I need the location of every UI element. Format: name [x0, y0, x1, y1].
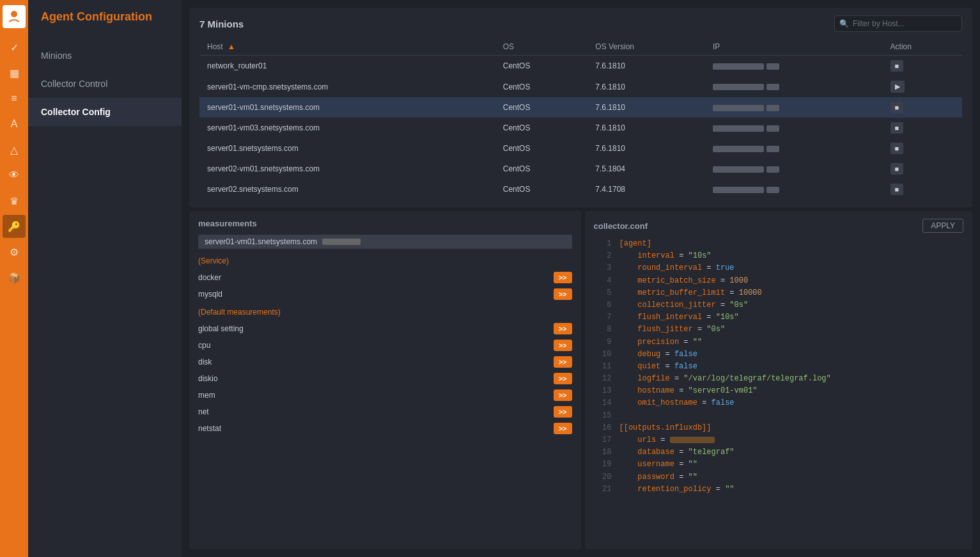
cell-host: server01-vm01.snetsystems.com	[199, 97, 495, 118]
goto-button[interactable]: >>	[554, 356, 572, 368]
search-icon: 🔍	[839, 19, 849, 28]
goto-button[interactable]: >>	[554, 423, 572, 434]
code-line: 16[[outputs.influxdb]]	[594, 422, 964, 434]
host-tag: server01-vm01.snetsystems.com	[198, 235, 572, 249]
measurement-name: netstat	[198, 424, 221, 433]
code-text: database = "telegraf"	[619, 446, 964, 459]
cell-os: CentOS	[495, 138, 588, 159]
cell-version: 7.6.1810	[587, 138, 705, 159]
nav-icon-grid[interactable]: ▦	[3, 61, 26, 84]
code-text	[619, 410, 964, 422]
goto-button[interactable]: >>	[554, 272, 572, 283]
goto-button[interactable]: >>	[554, 323, 572, 334]
code-line: 7 flush_interval = "10s"	[594, 311, 964, 324]
goto-button[interactable]: >>	[554, 373, 572, 384]
measurement-row: mysqld>>	[198, 286, 572, 302]
nav-icon-list[interactable]: ≡	[3, 87, 26, 110]
nav-icon-crown[interactable]: ♛	[3, 189, 26, 212]
measurement-row: mem>>	[198, 387, 572, 404]
code-line: 11 quiet = false	[594, 361, 964, 373]
measurement-row: docker>>	[198, 269, 572, 286]
action-button[interactable]: ■	[891, 60, 904, 72]
nav-icon-eye[interactable]: 👁	[3, 164, 26, 187]
cell-action: ■	[883, 179, 962, 200]
line-number: 12	[594, 373, 612, 385]
goto-button[interactable]: >>	[554, 406, 572, 418]
action-button[interactable]: ■	[891, 143, 904, 154]
code-text: password = ""	[619, 471, 964, 483]
table-row[interactable]: server01-vm-cmp.snetsystems.com CentOS 7…	[199, 76, 962, 97]
nav-icon-a[interactable]: A	[3, 113, 26, 136]
table-row[interactable]: network_router01 CentOS 7.6.1810 ■	[199, 56, 962, 77]
line-number: 18	[594, 446, 612, 459]
code-text: flush_interval = "10s"	[619, 311, 964, 324]
nav-icon-person[interactable]: ⚙	[3, 240, 26, 263]
code-line: 17 urls =	[594, 434, 964, 446]
cell-host: server01-vm03.snetsystems.com	[199, 118, 495, 138]
nav-icon-box[interactable]: 📦	[3, 266, 26, 289]
nav-icon-check[interactable]: ✓	[3, 36, 26, 59]
filter-input[interactable]	[834, 15, 962, 32]
code-line: 19 username = ""	[594, 459, 964, 471]
code-line: 13 hostname = "server01-vm01"	[594, 385, 964, 397]
measurement-name: mysqld	[198, 290, 222, 299]
code-line: 21 retention_policy = ""	[594, 483, 964, 496]
code-line: 18 database = "telegraf"	[594, 446, 964, 459]
nav-icon-alert[interactable]: △	[3, 138, 26, 161]
cell-host: server02.snetsystems.com	[199, 179, 495, 200]
measurement-row: cpu>>	[198, 337, 572, 354]
measurement-row: net>>	[198, 404, 572, 420]
sidebar-item-collector-control[interactable]: Collector Control	[28, 70, 182, 98]
table-row[interactable]: server02-vm01.snetsystems.com CentOS 7.5…	[199, 159, 962, 179]
icon-bar: ✓ ▦ ≡ A △ 👁 ♛ 🔑 ⚙ 📦	[0, 0, 28, 557]
action-button[interactable]: ■	[891, 163, 904, 175]
action-button[interactable]: ■	[891, 184, 904, 195]
cell-os: CentOS	[495, 179, 588, 200]
content-area: 7 Minions 🔍 Host ▲ OS OS Version IP Acti…	[182, 0, 980, 557]
goto-button[interactable]: >>	[554, 288, 572, 300]
conf-panel: collector.conf APPLY 1[agent]2 interval …	[585, 211, 973, 549]
table-row[interactable]: server01.snetsystems.com CentOS 7.6.1810…	[199, 138, 962, 159]
line-number: 6	[594, 299, 612, 311]
code-line: 6 collection_jitter = "0s"	[594, 299, 964, 311]
measurement-row: disk>>	[198, 354, 572, 370]
measurements-panel: measurements server01-vm01.snetsystems.c…	[189, 211, 581, 549]
line-number: 7	[594, 311, 612, 324]
measurement-row: global setting>>	[198, 320, 572, 337]
action-button[interactable]: ■	[891, 102, 904, 113]
table-row[interactable]: server02.snetsystems.com CentOS 7.4.1708…	[199, 179, 962, 200]
table-row[interactable]: server01-vm01.snetsystems.com CentOS 7.6…	[199, 97, 962, 118]
sidebar-item-collector-config[interactable]: Collector Config	[28, 98, 182, 126]
line-number: 8	[594, 324, 612, 336]
goto-button[interactable]: >>	[554, 389, 572, 401]
cell-ip	[705, 179, 883, 200]
measurement-name: docker	[198, 273, 221, 282]
action-button[interactable]: ■	[891, 122, 904, 134]
cell-ip	[705, 97, 883, 118]
host-tag-text: server01-vm01.snetsystems.com	[205, 237, 317, 246]
cell-ip	[705, 118, 883, 138]
line-number: 5	[594, 287, 612, 299]
service-items: docker>>mysqld>>	[198, 269, 572, 302]
code-line: 3 round_interval = true	[594, 262, 964, 274]
line-number: 16	[594, 422, 612, 434]
nav-icon-key[interactable]: 🔑	[3, 215, 26, 238]
cell-version: 7.4.1708	[587, 179, 705, 200]
col-host[interactable]: Host ▲	[199, 38, 495, 56]
code-text: [agent]	[619, 238, 964, 250]
cell-os: CentOS	[495, 118, 588, 138]
code-line: 9 precision = ""	[594, 336, 964, 349]
code-text: flush_jitter = "0s"	[619, 324, 964, 336]
sidebar-item-minions[interactable]: Minions	[28, 42, 182, 70]
col-os: OS	[495, 38, 588, 56]
goto-button[interactable]: >>	[554, 340, 572, 351]
default-items: global setting>>cpu>>disk>>diskio>>mem>>…	[198, 320, 572, 437]
conf-scroll[interactable]: 1[agent]2 interval = "10s"3 round_interv…	[594, 238, 964, 542]
conf-code: 1[agent]2 interval = "10s"3 round_interv…	[594, 238, 964, 496]
line-number: 21	[594, 483, 612, 496]
action-button[interactable]: ▶	[891, 81, 905, 93]
service-label: (Service)	[198, 256, 572, 265]
line-number: 1	[594, 238, 612, 250]
table-row[interactable]: server01-vm03.snetsystems.com CentOS 7.6…	[199, 118, 962, 138]
apply-button[interactable]: APPLY	[922, 219, 963, 233]
